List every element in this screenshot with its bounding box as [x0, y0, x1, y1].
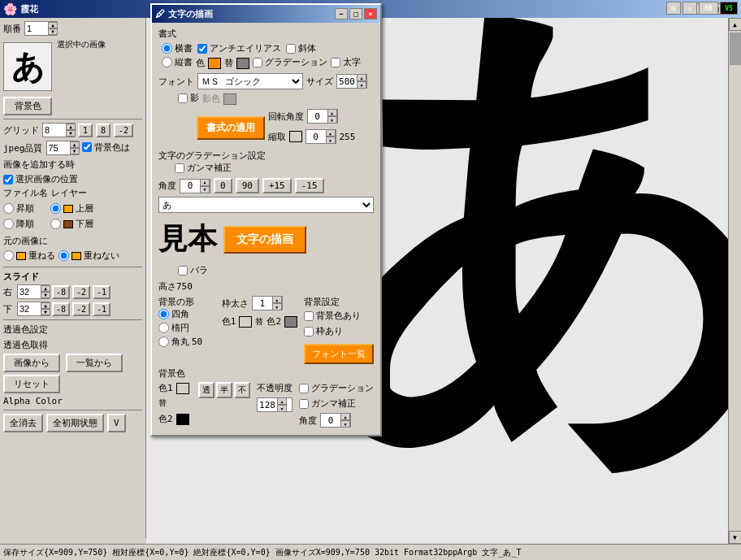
bg-c1-swatch[interactable]	[176, 383, 189, 394]
shrink-spinbox[interactable]: 0 ▲ ▼	[306, 129, 336, 144]
junban-spinbox[interactable]: 1 ▲ ▼	[24, 21, 57, 36]
angle-spinbox[interactable]: 0 ▲ ▼	[180, 179, 210, 193]
jpeg-down[interactable]: ▼	[70, 148, 80, 154]
bg-color-btn[interactable]: 背景色	[3, 97, 52, 115]
italic-checkbox[interactable]	[286, 44, 296, 54]
angle-up[interactable]: ▲	[200, 179, 210, 186]
grid-spinbox[interactable]: 8 ▲ ▼	[42, 123, 75, 137]
shrink-down[interactable]: ▼	[326, 137, 336, 144]
from-image-btn[interactable]: 画像から	[3, 354, 60, 372]
from-list-btn[interactable]: 一覧から	[66, 354, 123, 372]
grid-down[interactable]: ▼	[66, 130, 76, 137]
right-spinbox[interactable]: 32 ▲ ▼	[17, 284, 50, 299]
antialias-checkbox[interactable]	[197, 44, 207, 54]
bg-color1-swatch[interactable]	[239, 316, 252, 328]
shadow-checkbox[interactable]	[178, 93, 188, 103]
size-spinbox[interactable]: 500 ▲ ▼	[336, 74, 367, 89]
grid-btn-m2[interactable]: -2	[114, 124, 133, 137]
gradation-checkbox[interactable]	[253, 58, 262, 67]
shrink-color-swatch[interactable]	[289, 131, 302, 142]
upper-radio[interactable]	[50, 203, 61, 214]
v-btn[interactable]: V	[107, 414, 126, 432]
scrollbar-vertical[interactable]: ▲ ▼	[728, 18, 741, 544]
scroll-thumb[interactable]	[730, 33, 741, 65]
bg-angle-spinbox[interactable]: 0 ▲ ▼	[320, 413, 351, 428]
angle-btn-90[interactable]: 90	[236, 178, 259, 193]
down-val3[interactable]: -1	[93, 302, 110, 316]
lower-radio[interactable]	[50, 219, 61, 229]
size-up[interactable]: ▲	[357, 74, 366, 81]
right-val3[interactable]: -1	[93, 285, 110, 299]
bg-angle-up[interactable]: ▲	[340, 413, 350, 420]
gamma-checkbox[interactable]	[175, 163, 184, 173]
jpeg-spinbox[interactable]: 75 ▲ ▼	[46, 141, 79, 155]
vertical-radio[interactable]	[162, 57, 172, 67]
reset-all-btn[interactable]: 全初期状態	[46, 414, 104, 432]
size-input[interactable]: 500	[337, 75, 357, 88]
square-radio[interactable]	[158, 309, 169, 319]
bg-angle-input[interactable]: 0	[321, 414, 340, 427]
down-spinbox[interactable]: 32 ▲ ▼	[17, 302, 50, 316]
down-up[interactable]: ▲	[41, 302, 50, 309]
opacity-up[interactable]: ▲	[277, 397, 287, 405]
scroll-down-btn[interactable]: ▼	[729, 531, 742, 544]
dialog-minimize-btn[interactable]: −	[335, 8, 348, 20]
grid-btn-1[interactable]: 1	[78, 124, 93, 137]
grid-btn-8[interactable]: 8	[96, 124, 110, 137]
trans-btn[interactable]: 透	[198, 382, 214, 398]
horizontal-radio[interactable]	[162, 43, 172, 54]
dialog-close-btn[interactable]: ×	[364, 8, 377, 20]
bg-color-replace-icon[interactable]: 替	[255, 316, 263, 328]
shadow-color-swatch[interactable]	[223, 93, 236, 105]
shrink-input[interactable]: 0	[306, 130, 326, 143]
shrink-up[interactable]: ▲	[326, 129, 336, 137]
opacity-input[interactable]: 128	[258, 398, 277, 411]
half-btn[interactable]: 半	[216, 382, 232, 398]
asc-radio[interactable]	[3, 203, 14, 214]
angle-down[interactable]: ▼	[200, 186, 210, 193]
jpeg-up[interactable]: ▲	[70, 141, 80, 148]
junban-up[interactable]: ▲	[48, 22, 58, 28]
right-val1[interactable]: -8	[52, 285, 70, 299]
frame-down[interactable]: ▼	[272, 303, 282, 310]
overlap-radio[interactable]	[3, 250, 14, 261]
bg-c2-swatch[interactable]	[176, 414, 189, 425]
rot-spinbox[interactable]: 0 ▲ ▼	[307, 109, 338, 124]
scroll-up-btn[interactable]: ▲	[729, 18, 742, 31]
color-replace-icon[interactable]: 替	[224, 57, 233, 69]
bg-color-check2[interactable]	[304, 311, 314, 321]
taskbar-icon-2[interactable]: ✉	[682, 2, 697, 15]
frame-up[interactable]: ▲	[272, 296, 282, 303]
rot-down[interactable]: ▼	[327, 116, 337, 124]
right-input[interactable]: 32	[18, 285, 41, 298]
right-down[interactable]: ▼	[41, 292, 50, 298]
angle-btn-m15[interactable]: -15	[295, 178, 324, 193]
grid-input[interactable]: 8	[43, 124, 66, 137]
select-pos-checkbox[interactable]	[3, 175, 13, 184]
frame-check[interactable]	[304, 327, 314, 336]
bg-angle-down[interactable]: ▼	[340, 420, 350, 428]
bg-gamma-check[interactable]	[299, 399, 309, 409]
down-input[interactable]: 32	[18, 302, 41, 315]
clear-all-btn[interactable]: 全消去	[3, 414, 43, 432]
junban-down[interactable]: ▼	[48, 28, 58, 35]
frame-spinbox[interactable]: 1 ▲ ▼	[252, 296, 283, 310]
angle-btn-0[interactable]: 0	[214, 178, 232, 193]
junban-input[interactable]: 1	[25, 22, 48, 35]
text-input-select[interactable]: あ	[158, 197, 374, 213]
bg-grad-check[interactable]	[299, 384, 309, 393]
no-overlap-radio[interactable]	[58, 250, 69, 261]
bg-c1-replace[interactable]: 替	[158, 397, 167, 409]
angle-input[interactable]: 0	[180, 180, 200, 193]
taskbar-icon-1[interactable]: ⊞	[666, 2, 681, 15]
bg-color2-swatch[interactable]	[284, 316, 297, 328]
no-btn[interactable]: 不	[234, 382, 250, 398]
frame-input[interactable]: 1	[253, 297, 272, 310]
ellipse-radio[interactable]	[158, 323, 169, 333]
opacity-spinbox[interactable]: 128 ▲ ▼	[257, 397, 292, 412]
down-val2[interactable]: -2	[72, 302, 90, 316]
down-down[interactable]: ▼	[41, 309, 50, 315]
reset-btn[interactable]: リセット	[3, 375, 60, 393]
angle-btn-15[interactable]: +15	[262, 178, 292, 193]
round-radio[interactable]	[158, 336, 169, 347]
